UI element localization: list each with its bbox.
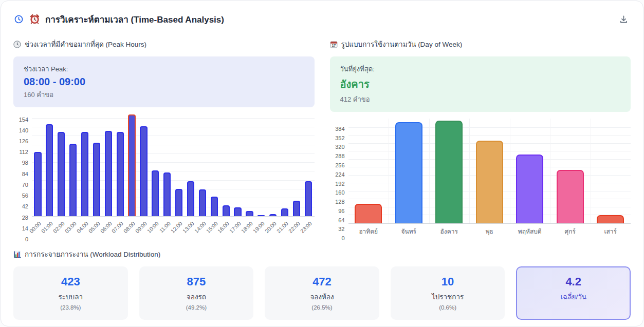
x-tick-label: อาทิตย์ (359, 226, 378, 236)
time-analysis-panel: การวิเคราะห์ตามเวลา (Time-Based Analysis… (1, 1, 643, 326)
bar-chart-icon (13, 251, 21, 258)
busiest-day-label: วันที่ยุ่งที่สุด: (340, 64, 621, 74)
bar-highlighted[interactable] (128, 114, 135, 216)
y-axis: 0326496128160192224256288320352384 (330, 119, 348, 238)
peak-value: 08:00 - 09:00 (24, 76, 304, 88)
x-tick-label: พุธ (486, 226, 493, 236)
busiest-day-summary: วันที่ยุ่งที่สุด: อังคาร 412 คำขอ (330, 56, 631, 112)
bar[interactable] (223, 205, 230, 216)
alarm-clock-icon (29, 14, 40, 25)
bar[interactable] (257, 215, 265, 216)
stat-label: จองห้อง (270, 291, 374, 302)
bar[interactable] (234, 207, 241, 216)
peak-label: ช่วงเวลา Peak: (24, 64, 304, 74)
bar[interactable] (435, 121, 463, 223)
y-tick-label: 352 (335, 135, 344, 141)
y-tick-label: 84 (22, 171, 28, 177)
calendar-icon: 17 (330, 41, 338, 48)
stat-label: ไปราชการ (396, 291, 500, 302)
bar[interactable] (246, 211, 253, 216)
panel-header: การวิเคราะห์ตามเวลา (Time-Based Analysis… (1, 1, 643, 31)
y-tick-label: 14 (22, 225, 28, 232)
bar[interactable] (516, 155, 543, 223)
bar[interactable] (187, 181, 194, 216)
clock-outline-icon (14, 15, 23, 24)
y-tick-label: 98 (22, 160, 28, 166)
download-button[interactable] (617, 12, 631, 26)
x-tick-label: พฤหัสบดี (518, 226, 542, 236)
stat-percentage: (23.8%) (19, 304, 123, 311)
stat-value: 10 (396, 275, 500, 288)
stat-percentage: (49.2%) (144, 304, 249, 311)
x-tick-label: อังคาร (440, 226, 458, 236)
y-tick-label: 160 (335, 189, 344, 196)
y-tick-label: 140 (19, 127, 28, 133)
workload-cards: 423ระบบลา(23.8%)875จองรถ(49.2%)472จองห้อ… (13, 266, 631, 320)
y-tick-label: 42 (22, 203, 28, 209)
stat-card-4: 10ไปราชการ(0.6%) (391, 266, 505, 320)
y-tick-label: 128 (335, 199, 344, 205)
bar[interactable] (305, 181, 312, 216)
day-of-week-chart[interactable]: 0326496128160192224256288320352384อาทิตย… (330, 119, 631, 238)
bar[interactable] (597, 215, 624, 224)
bar[interactable] (281, 208, 288, 216)
x-tick-label: ศุกร์ (565, 226, 576, 236)
y-tick-label: 256 (335, 162, 344, 168)
bar[interactable] (34, 152, 41, 216)
bar[interactable] (269, 214, 277, 216)
busiest-day-value: อังคาร (340, 76, 621, 92)
clock-face-icon (13, 41, 21, 48)
y-tick-label: 64 (338, 217, 344, 223)
bar[interactable] (105, 131, 112, 216)
peak-hours-chart[interactable]: 01428425670849811212614015400:0001:0002:… (13, 114, 315, 239)
y-tick-label: 320 (335, 144, 344, 150)
peak-hours-title: ช่วงเวลาที่มีคำขอมากที่สุด (Peak Hours) (25, 39, 146, 50)
x-axis: 00:0001:0002:0003:0004:0005:0006:0007:00… (32, 217, 315, 239)
bar[interactable] (557, 170, 584, 223)
bar[interactable] (69, 144, 77, 216)
x-axis: อาทิตย์จันทร์อังคารพุธพฤหัสบดีศุกร์เสาร์ (348, 224, 631, 238)
y-tick-label: 0 (25, 236, 28, 242)
y-tick-label: 224 (335, 171, 344, 178)
bar[interactable] (175, 189, 182, 216)
peak-count: 160 คำขอ (24, 89, 304, 100)
bar[interactable] (355, 204, 382, 223)
plot-area (348, 119, 631, 224)
x-tick-label: เสาร์ (604, 226, 617, 236)
bar[interactable] (117, 132, 124, 216)
workload-title: การกระจายภาระงาน (Workload Distribution) (25, 248, 160, 260)
stat-card-2: 875จองรถ(49.2%) (139, 266, 254, 320)
bar[interactable] (81, 132, 88, 216)
bar[interactable] (199, 189, 206, 216)
peak-hours-summary: ช่วงเวลา Peak: 08:00 - 09:00 160 คำขอ (13, 56, 315, 107)
bar[interactable] (140, 126, 147, 217)
y-tick-label: 32 (338, 226, 344, 232)
busiest-day-count: 412 คำขอ (340, 94, 621, 105)
peak-hours-section: ช่วงเวลาที่มีคำขอมากที่สุด (Peak Hours) … (13, 31, 315, 239)
workload-section: การกระจายภาระงาน (Workload Distribution)… (1, 239, 643, 320)
stat-card-5: 4.2เฉลี่ย/วัน (516, 266, 631, 320)
y-tick-label: 126 (19, 138, 28, 144)
bar[interactable] (163, 172, 171, 216)
bar[interactable] (58, 132, 65, 216)
stat-percentage: (26.5%) (270, 304, 374, 311)
y-tick-label: 70 (22, 182, 28, 188)
stat-label: เฉลี่ย/วัน (521, 291, 625, 302)
bar[interactable] (46, 124, 53, 216)
bar[interactable] (93, 143, 100, 216)
bar[interactable] (395, 122, 422, 223)
bar[interactable] (211, 197, 218, 216)
bar[interactable] (293, 201, 300, 216)
y-tick-label: 28 (22, 215, 28, 221)
download-icon (619, 18, 629, 26)
y-tick-label: 154 (19, 117, 28, 123)
y-tick-label: 192 (335, 181, 344, 187)
plot-area (32, 114, 315, 217)
stat-value: 875 (144, 275, 249, 288)
stat-value: 423 (19, 275, 123, 288)
stat-percentage: (0.6%) (396, 304, 500, 311)
bar[interactable] (476, 141, 503, 223)
stat-value: 472 (270, 275, 374, 288)
y-tick-label: 56 (22, 193, 28, 199)
bar[interactable] (152, 170, 159, 216)
